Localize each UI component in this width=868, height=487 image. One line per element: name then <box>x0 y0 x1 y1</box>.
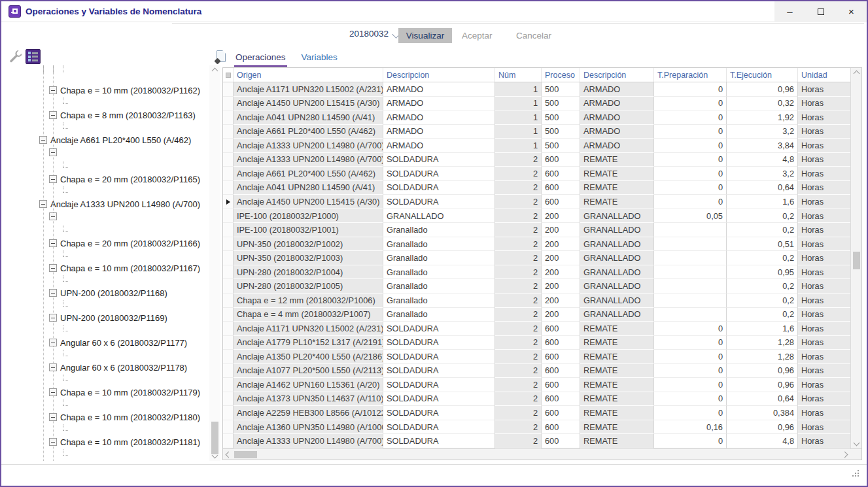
grid-cell[interactable]: 2 <box>495 181 542 195</box>
grid-cell[interactable]: 2 <box>495 237 542 252</box>
grid-cell[interactable]: 500 <box>542 97 580 111</box>
grid-cell[interactable]: 0,96 <box>727 82 798 97</box>
grid-cell[interactable]: GRANALLADO <box>580 251 654 265</box>
table-row[interactable]: Anclaje A1450 UPN200 L15415 (A/30)ARMADO… <box>223 97 850 111</box>
table-row[interactable]: Anclaje A1450 UPN200 L15415 (A/30)SOLDAD… <box>223 195 850 209</box>
grid-cell[interactable]: Horas <box>798 308 850 322</box>
tree-expander-icon[interactable] <box>49 388 57 396</box>
grid-cell[interactable]: 600 <box>542 420 580 435</box>
row-selector-cell[interactable] <box>223 364 234 378</box>
grid-cell[interactable]: Horas <box>798 153 850 167</box>
row-selector-cell[interactable] <box>223 97 234 111</box>
grid-cell[interactable] <box>654 279 727 294</box>
grid-cell[interactable]: Anclaje A1373 UPN350 L14637 (A/110) <box>234 392 383 407</box>
row-selector-cell[interactable] <box>223 322 234 336</box>
row-selector-cell[interactable] <box>223 209 234 224</box>
grid-cell[interactable]: 0 <box>654 125 727 139</box>
table-row[interactable]: Anclaje A1333 UPN200 L14980 (A/700)SOLDA… <box>223 434 850 448</box>
grid-cell[interactable]: 2 <box>495 251 542 265</box>
table-row[interactable]: Anclaje A041 UPN280 L14590 (A/41)ARMADO1… <box>223 110 850 125</box>
grid-cell[interactable]: UPN-350 (20180032/P1002) <box>234 237 383 252</box>
tree-item-label[interactable]: Chapa e = 10 mm (20180032/P1180) <box>60 412 200 422</box>
grid-cell[interactable]: 200 <box>542 237 580 252</box>
grid-cell[interactable]: 0,32 <box>727 97 798 111</box>
grid-cell[interactable]: Granallado <box>383 237 495 252</box>
process-document-icon[interactable] <box>215 50 228 65</box>
tree-item-label[interactable]: Chapa e = 10 mm (20180032/P1179) <box>60 388 200 397</box>
grid-cell[interactable]: Horas <box>798 294 850 308</box>
tree-item[interactable]: Chapa e = 10 mm (20180032/P1167) <box>3 261 209 275</box>
close-button[interactable]: × <box>836 1 867 22</box>
row-selector-cell[interactable] <box>223 434 234 448</box>
grid-cell[interactable]: Horas <box>798 336 850 350</box>
tree-item-label[interactable]: Chapa e = 10 mm (20180032/P1167) <box>60 263 200 273</box>
tree-item[interactable] <box>3 146 209 161</box>
grid-cell[interactable]: 200 <box>542 251 580 265</box>
grid-cell[interactable]: 600 <box>542 392 580 407</box>
grid-cell[interactable]: REMATE <box>580 378 654 392</box>
tree-expander-icon[interactable] <box>49 111 57 119</box>
grid-cell[interactable]: 0,64 <box>727 392 798 407</box>
table-row[interactable]: Anclaje A1171 UPN320 L15002 (A/231)ARMAD… <box>223 82 850 97</box>
tree-item[interactable]: Chapa e = 10 mm (20180032/P1180) <box>3 411 209 424</box>
column-header[interactable]: Origen <box>234 68 383 82</box>
grid-cell[interactable]: 600 <box>542 167 580 181</box>
tree-item-label[interactable]: Chapa e = 10 mm (20180032/P1162) <box>60 86 200 95</box>
grid-cell[interactable]: 1,28 <box>727 336 798 350</box>
tree-item-label[interactable]: UPN-200 (20180032/P1169) <box>60 313 167 323</box>
grid-cell[interactable]: Horas <box>798 392 850 407</box>
table-row[interactable]: Chapa e = 12 mm (20180032/P1006)Granalla… <box>223 294 850 308</box>
grid-cell[interactable]: Anclaje A1333 UPN200 L14980 (A/700) <box>234 139 383 153</box>
tree-expander-icon[interactable] <box>49 175 57 183</box>
grid-cell[interactable]: SOLDADURA <box>383 420 495 435</box>
grid-cell[interactable]: Anclaje A1462 UPN160 L15361 (A/20) <box>234 378 383 392</box>
grid-cell[interactable]: 2 <box>495 336 542 350</box>
tree-item-label[interactable]: Anclaje A1333 UPN200 L14980 (A/700) <box>50 199 200 209</box>
table-row[interactable]: UPN-350 (20180032/P1002)Granallado2200GR… <box>223 237 850 252</box>
grid-cell[interactable]: 0 <box>654 97 727 111</box>
grid-cell[interactable]: 2 <box>495 167 542 181</box>
tree-expander-icon[interactable] <box>49 212 57 220</box>
grid-cell[interactable]: 0,2 <box>727 209 798 224</box>
grid-cell[interactable]: Horas <box>798 181 850 195</box>
tree-expander-icon[interactable] <box>39 136 47 144</box>
grid-cell[interactable]: SOLDADURA <box>383 322 495 336</box>
row-selector-cell[interactable] <box>223 392 234 407</box>
row-selector-cell[interactable] <box>223 294 234 308</box>
minimize-button[interactable]: – <box>774 1 805 22</box>
tree-item[interactable]: Anclaje A1333 UPN200 L14980 (A/700) <box>3 197 209 210</box>
grid-cell[interactable]: 2 <box>495 195 542 209</box>
tree-item[interactable]: Angular 60 x 6 (20180032/P1177) <box>3 336 209 349</box>
grid-cell[interactable]: Horas <box>798 82 850 97</box>
grid-cell[interactable]: 2 <box>495 223 542 237</box>
grid-cell[interactable]: Granallado <box>383 294 495 308</box>
grid-cell[interactable]: 1,28 <box>727 350 798 364</box>
grid-cell[interactable]: ARMADO <box>580 139 654 153</box>
grid-cell[interactable]: UPN-280 (20180032/P1005) <box>234 279 383 294</box>
grid-cell[interactable]: REMATE <box>580 153 654 167</box>
grid-cell[interactable]: GRANALLADO <box>580 265 654 280</box>
grid-cell[interactable]: UPN-280 (20180032/P1004) <box>234 265 383 280</box>
grid-cell[interactable]: ARMADO <box>580 110 654 125</box>
row-selector-cell[interactable] <box>223 350 234 364</box>
grid-cell[interactable]: Anclaje A1333 UPN200 L14980 (A/700) <box>234 153 383 167</box>
grid-cell[interactable]: SOLDADURA <box>383 364 495 378</box>
row-selector-cell[interactable] <box>223 378 234 392</box>
grid-cell[interactable]: Horas <box>798 237 850 252</box>
grid-cell[interactable]: 0,51 <box>727 237 798 252</box>
grid-cell[interactable]: 600 <box>542 350 580 364</box>
row-selector-cell[interactable] <box>223 139 234 153</box>
grid-cell[interactable]: 2 <box>495 406 542 420</box>
tree-item-label[interactable]: Chapa e = 20 mm (20180032/P1166) <box>60 239 200 248</box>
grid-cell[interactable]: 0,96 <box>727 364 798 378</box>
table-row[interactable]: Anclaje A1373 UPN350 L14637 (A/110)SOLDA… <box>223 392 850 407</box>
grid-cell[interactable]: Anclaje A661 PL20*400 L550 (A/462) <box>234 167 383 181</box>
grid-cell[interactable]: GRANALLADO <box>580 223 654 237</box>
table-row[interactable]: Anclaje A1333 UPN200 L14980 (A/700)SOLDA… <box>223 153 850 167</box>
grid-cell[interactable]: Anclaje A1779 PL10*152 L317 (A/2191) <box>234 336 383 350</box>
grid-cell[interactable]: 0 <box>654 139 727 153</box>
grid-cell[interactable]: REMATE <box>580 350 654 364</box>
grid-cell[interactable]: Horas <box>798 97 850 111</box>
tree-item[interactable]: UPN-200 (20180032/P1168) <box>3 286 209 299</box>
grid-cell[interactable]: 500 <box>542 125 580 139</box>
